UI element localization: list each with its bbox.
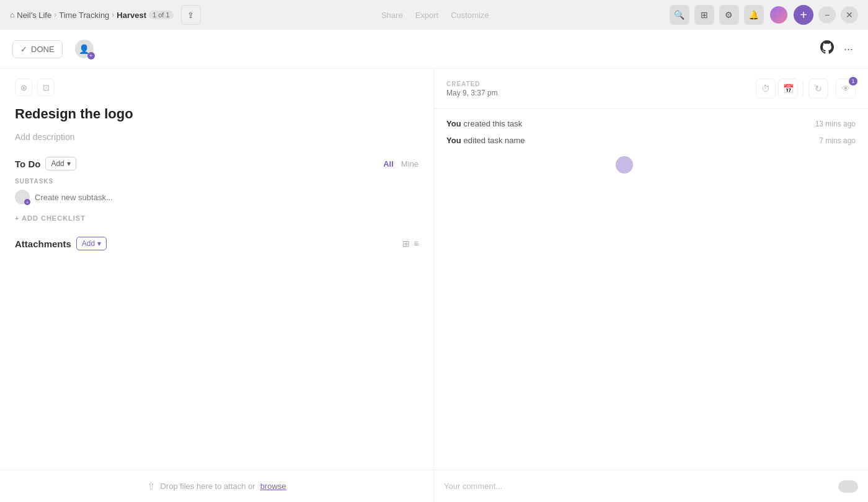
calendar-icon: 📅 xyxy=(783,84,794,94)
subtask-avatar-plus: + xyxy=(24,199,30,205)
check-icon: ✓ xyxy=(20,45,27,54)
attachments-add-chevron: ▾ xyxy=(97,239,101,248)
upload-icon: ⇧ xyxy=(147,480,155,492)
filter-mine[interactable]: Mine xyxy=(401,159,418,169)
todo-header: To Do Add ▾ All Mine xyxy=(15,157,418,170)
breadcrumb-time-tracking[interactable]: Time Tracking xyxy=(59,11,109,20)
drop-zone: ⇧ Drop files here to attach or browse xyxy=(0,470,433,502)
right-action-icons: ⏱ 📅 ↻ xyxy=(756,79,828,99)
breadcrumb-label-1: Time Tracking xyxy=(59,11,109,20)
attachments-label: Attachments xyxy=(15,239,71,249)
assignee-area: 👤 + xyxy=(75,40,94,58)
copy-meta-icon[interactable]: ⊡ xyxy=(37,79,55,96)
activity-action-0: created this task xyxy=(464,119,523,128)
task-title[interactable]: Redesign the logo xyxy=(15,106,418,122)
more-label: ··· xyxy=(844,43,853,55)
eye-icon: 👁 xyxy=(841,84,850,94)
comment-input[interactable] xyxy=(444,482,838,491)
comment-send-button[interactable] xyxy=(838,480,858,493)
created-info: CREATED May 9, 3:37 pm xyxy=(446,81,748,97)
share-icon: ⇪ xyxy=(187,11,194,20)
assignee-add-icon: + xyxy=(87,52,95,59)
activity-action-1: edited task name xyxy=(464,136,525,145)
search-btn[interactable]: 🔍 xyxy=(670,5,689,25)
github-button[interactable] xyxy=(820,40,834,58)
settings-icon: ⚙ xyxy=(725,10,733,20)
person-icon: 👤 xyxy=(79,44,89,54)
repeat-icon-symbol: ↻ xyxy=(815,84,822,94)
breadcrumb-sep-0: › xyxy=(54,11,56,19)
cursor-blob xyxy=(616,156,633,174)
todo-add-label: Add xyxy=(51,159,64,168)
done-button[interactable]: ✓ DONE xyxy=(12,40,63,58)
created-date: May 9, 3:37 pm xyxy=(446,89,748,97)
attachments-header: Attachments Add ▾ ⊞ ≡ xyxy=(15,237,418,250)
add-button[interactable]: + xyxy=(794,5,813,25)
share-icon-btn[interactable]: ⇪ xyxy=(181,5,201,25)
subtask-input[interactable] xyxy=(35,193,418,202)
breadcrumb-label-2: Harvest xyxy=(117,11,146,20)
breadcrumb-harvest[interactable]: Harvest xyxy=(117,11,146,20)
repeat-icon[interactable]: ↻ xyxy=(808,79,828,99)
breadcrumb-neils-life[interactable]: ⌂ Neil's Life xyxy=(10,11,51,20)
home-icon: ⌂ xyxy=(10,11,14,19)
task-description[interactable]: Add description xyxy=(15,132,418,142)
icon-separator xyxy=(803,81,804,96)
minimize-label: − xyxy=(825,10,830,20)
attachments-add-button[interactable]: Add ▾ xyxy=(76,237,107,250)
left-panel-scroll: ⊛ ⊡ Redesign the logo Add description To… xyxy=(0,69,433,470)
breadcrumb-label-0: Neil's Life xyxy=(17,11,51,20)
todo-section: To Do Add ▾ All Mine SUBTASKS xyxy=(15,157,418,222)
modal-body: ⊛ ⊡ Redesign the logo Add description To… xyxy=(0,69,868,502)
add-label: + xyxy=(800,8,807,22)
copy-icon: ⊡ xyxy=(43,83,50,92)
top-bar-center: Share Export Customize xyxy=(381,11,489,20)
center-share[interactable]: Share xyxy=(381,11,403,20)
breadcrumb: ⌂ Neil's Life › Time Tracking › Harvest … xyxy=(10,5,201,25)
avatar-user[interactable] xyxy=(769,5,789,25)
activity-item-0: You created this task 13 mins ago xyxy=(446,119,856,128)
activity-actor-1: You xyxy=(446,136,461,145)
watchers-button[interactable]: 👁 1 xyxy=(836,79,856,99)
settings-btn[interactable]: ⚙ xyxy=(719,5,739,25)
browse-link[interactable]: browse xyxy=(260,482,286,491)
filter-all[interactable]: All xyxy=(383,159,394,169)
right-header: CREATED May 9, 3:37 pm ⏱ 📅 ↻ � xyxy=(434,69,868,109)
top-bar-right: 🔍 ⊞ ⚙ 🔔 + − ✕ xyxy=(670,5,858,25)
list-view-btn[interactable]: ≡ xyxy=(414,239,418,249)
comment-footer xyxy=(434,470,868,502)
close-label: ✕ xyxy=(846,10,853,20)
todo-filter: All Mine xyxy=(383,159,418,169)
close-button[interactable]: ✕ xyxy=(841,6,858,24)
created-label: CREATED xyxy=(446,81,748,87)
search-icon: 🔍 xyxy=(674,10,684,20)
attachments-section: Attachments Add ▾ ⊞ ≡ xyxy=(15,237,418,250)
left-panel: ⊛ ⊡ Redesign the logo Add description To… xyxy=(0,69,434,502)
watcher-badge: 1 xyxy=(849,77,857,86)
subtasks-label: SUBTASKS xyxy=(15,178,418,185)
breadcrumb-badge: 1 of 1 xyxy=(149,11,174,19)
tag-meta-icon[interactable]: ⊛ xyxy=(15,79,32,96)
more-button[interactable]: ··· xyxy=(841,43,856,56)
modal-header: ✓ DONE 👤 + ··· xyxy=(0,30,868,69)
grid-btn[interactable]: ⊞ xyxy=(694,5,714,25)
tag-icon: ⊛ xyxy=(20,83,27,92)
right-scroll: You created this task 13 mins ago You ed… xyxy=(434,109,868,470)
todo-add-button[interactable]: Add ▾ xyxy=(45,157,76,170)
bell-btn[interactable]: 🔔 xyxy=(744,5,764,25)
drop-text: Drop files here to attach or xyxy=(160,482,255,491)
done-label: DONE xyxy=(31,45,55,54)
activity-item-1: You edited task name 7 mins ago xyxy=(446,136,856,145)
assignee-button[interactable]: 👤 + xyxy=(75,40,94,58)
time-tracking-icon[interactable]: ⏱ xyxy=(756,79,776,99)
avatar-group xyxy=(769,5,789,25)
date-icon[interactable]: 📅 xyxy=(778,79,798,99)
activity-time-1: 7 mins ago xyxy=(819,136,856,145)
grid-view-btn[interactable]: ⊞ xyxy=(402,239,410,249)
center-export[interactable]: Export xyxy=(415,11,439,20)
add-checklist-button[interactable]: + ADD CHECKLIST xyxy=(15,214,418,222)
center-customize[interactable]: Customize xyxy=(451,11,489,20)
minimize-button[interactable]: − xyxy=(818,6,836,24)
bell-icon: 🔔 xyxy=(748,10,759,20)
breadcrumb-sep-1: › xyxy=(112,11,114,19)
